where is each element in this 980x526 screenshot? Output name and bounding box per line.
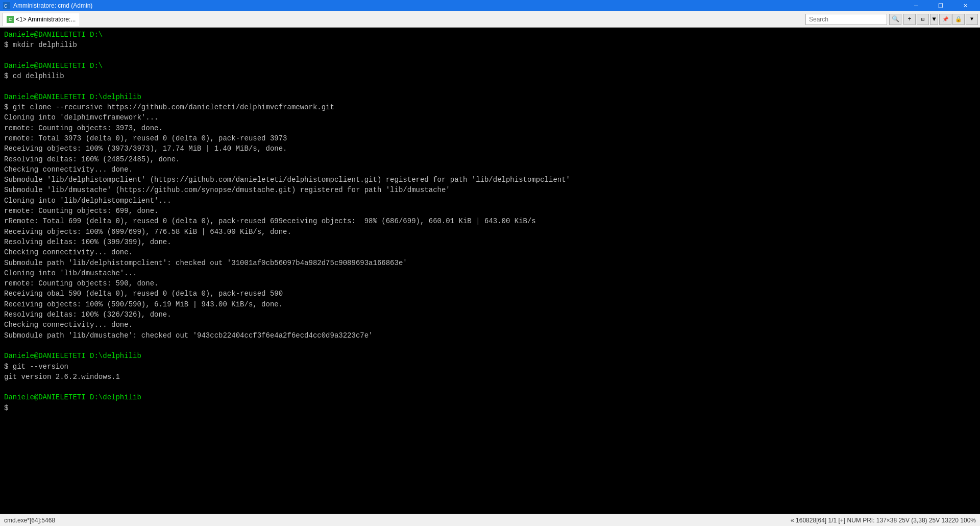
pin-button[interactable]: 📌 [939, 14, 951, 25]
tab-icon: C [7, 16, 14, 23]
window-title: Amministratore: cmd (Admin) [13, 2, 92, 9]
tab-item-1[interactable]: C <1> Amministratore:... [2, 13, 80, 26]
statusbar-right: « 160828[64] 1/1 [+] NUM PRI: 137×38 25V… [791, 517, 976, 524]
titlebar: C Amministratore: cmd (Admin) ─ ❐ ✕ [0, 0, 980, 11]
minimize-button[interactable]: ─ [904, 0, 928, 11]
statusbar-pos1: « 160828[64] 1/1 [+] NUM PRI: 137×38 25V… [791, 517, 976, 524]
cmd-icon: C [3, 2, 10, 9]
tab-label: <1> Amministratore:... [16, 16, 76, 23]
titlebar-left: C Amministratore: cmd (Admin) [3, 2, 92, 9]
search-input[interactable] [805, 14, 887, 25]
restore-window-button[interactable]: ⊟ [917, 14, 929, 25]
dropdown-button[interactable]: ▼ [930, 14, 938, 25]
add-tab-button[interactable]: + [903, 14, 916, 25]
statusbar: cmd.exe*[64]:5468 « 160828[64] 1/1 [+] N… [0, 514, 980, 526]
svg-text:C: C [4, 4, 7, 9]
close-button[interactable]: ✕ [953, 0, 977, 11]
window-controls: ─ ❐ ✕ [904, 0, 977, 11]
search-button[interactable]: 🔍 [889, 14, 901, 25]
terminal-output: Daniele@DANIELETETI D:\ $ mkdir delphili… [0, 28, 980, 514]
toolbar: C <1> Amministratore:... 🔍 + ⊟ ▼ 📌 🔒 ▼ [0, 11, 980, 28]
lock-button[interactable]: 🔒 [952, 14, 965, 25]
toolbar-right-buttons: + ⊟ ▼ 📌 🔒 ▼ [903, 14, 978, 25]
search-area: 🔍 + ⊟ ▼ 📌 🔒 ▼ [805, 14, 978, 25]
settings-dropdown-button[interactable]: ▼ [966, 14, 978, 25]
statusbar-process: cmd.exe*[64]:5468 [4, 517, 55, 524]
restore-button[interactable]: ❐ [929, 0, 952, 11]
